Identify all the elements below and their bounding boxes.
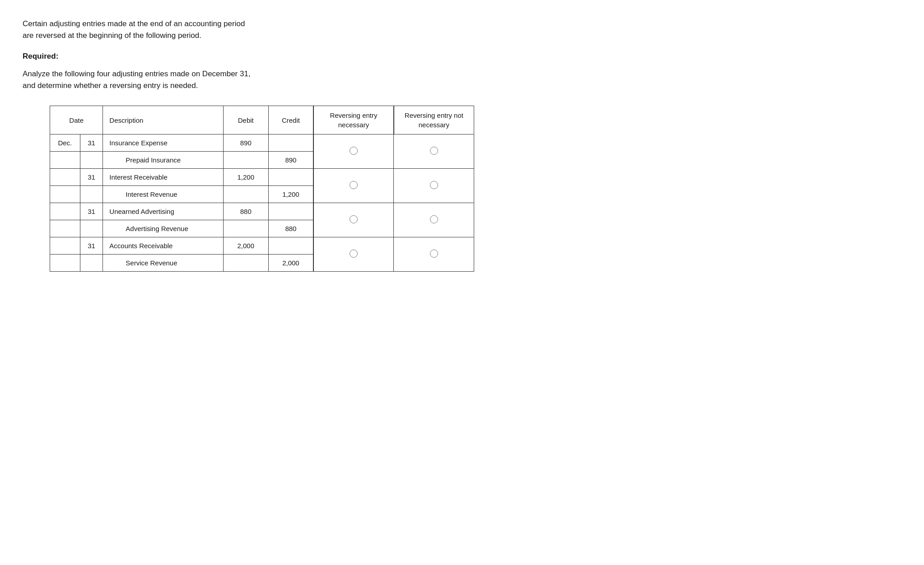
date-month-3 (50, 203, 80, 220)
description-1: Insurance Expense (103, 134, 223, 152)
credit-2b: 1,200 (268, 186, 313, 203)
intro-text-line2: are reversed at the beginning of the fol… (23, 31, 201, 40)
date-month-2 (50, 169, 80, 186)
date-day-1b (80, 152, 103, 169)
radio-not-necessary-group3 (394, 203, 474, 237)
date-day-4: 31 (80, 237, 103, 255)
date-day-3: 31 (80, 203, 103, 220)
date-day-3b (80, 220, 103, 237)
header-debit: Debit (223, 106, 268, 134)
radio-necessary-3[interactable] (350, 215, 358, 223)
debit-1b (223, 152, 268, 169)
credit-4b: 2,000 (268, 255, 313, 272)
debit-3: 880 (223, 203, 268, 220)
radio-necessary-4[interactable] (350, 250, 358, 258)
header-description: Description (103, 106, 223, 134)
table-header-row: Date Description Debit Credit Reversing … (50, 106, 474, 134)
credit-1b: 890 (268, 152, 313, 169)
adjusting-entries-table: Date Description Debit Credit Reversing … (50, 106, 474, 272)
header-date: Date (50, 106, 103, 134)
radio-not-necessary-2[interactable] (430, 181, 438, 189)
debit-3b (223, 220, 268, 237)
credit-1 (268, 134, 313, 152)
radio-necessary-group1 (313, 134, 394, 169)
analyze-text-line1: Analyze the following four adjusting ent… (23, 69, 251, 78)
table-wrapper: Date Description Debit Credit Reversing … (50, 106, 474, 272)
date-month-4 (50, 237, 80, 255)
description-3b: Advertising Revenue (103, 220, 223, 237)
credit-3b: 880 (268, 220, 313, 237)
credit-2 (268, 169, 313, 186)
description-4b: Service Revenue (103, 255, 223, 272)
radio-not-necessary-group4 (394, 237, 474, 272)
table-row: 31 Unearned Advertising 880 (50, 203, 474, 220)
table-row: Dec. 31 Insurance Expense 890 (50, 134, 474, 152)
table-row: 31 Accounts Receivable 2,000 (50, 237, 474, 255)
description-2: Interest Receivable (103, 169, 223, 186)
debit-2b (223, 186, 268, 203)
intro-text-line1: Certain adjusting entries made at the en… (23, 19, 245, 28)
analyze-text-line2: and determine whether a reversing entry … (23, 81, 198, 90)
header-reversing-necessary: Reversing entry necessary (313, 106, 394, 134)
radio-not-necessary-3[interactable] (430, 215, 438, 223)
date-month-2b (50, 186, 80, 203)
credit-3 (268, 203, 313, 220)
radio-not-necessary-group2 (394, 169, 474, 203)
date-month-3b (50, 220, 80, 237)
description-2b: Interest Revenue (103, 186, 223, 203)
radio-not-necessary-1[interactable] (430, 147, 438, 155)
radio-necessary-group3 (313, 203, 394, 237)
table-row: 31 Interest Receivable 1,200 (50, 169, 474, 186)
radio-necessary-group2 (313, 169, 394, 203)
header-reversing-not-necessary: Reversing entry not necessary (394, 106, 474, 134)
credit-4 (268, 237, 313, 255)
date-month-4b (50, 255, 80, 272)
analyze-paragraph: Analyze the following four adjusting ent… (23, 68, 474, 91)
radio-necessary-1[interactable] (350, 147, 358, 155)
date-month-1b (50, 152, 80, 169)
debit-1: 890 (223, 134, 268, 152)
required-heading: Required: (23, 52, 474, 61)
description-4: Accounts Receivable (103, 237, 223, 255)
debit-4: 2,000 (223, 237, 268, 255)
radio-necessary-2[interactable] (350, 181, 358, 189)
debit-2: 1,200 (223, 169, 268, 186)
debit-4b (223, 255, 268, 272)
date-day-2b (80, 186, 103, 203)
description-3: Unearned Advertising (103, 203, 223, 220)
date-month-1: Dec. (50, 134, 80, 152)
radio-not-necessary-4[interactable] (430, 250, 438, 258)
date-day-4b (80, 255, 103, 272)
radio-not-necessary-group1 (394, 134, 474, 169)
date-day-1: 31 (80, 134, 103, 152)
date-day-2: 31 (80, 169, 103, 186)
description-1b: Prepaid Insurance (103, 152, 223, 169)
radio-necessary-group4 (313, 237, 394, 272)
header-credit: Credit (268, 106, 313, 134)
intro-paragraph: Certain adjusting entries made at the en… (23, 18, 474, 41)
